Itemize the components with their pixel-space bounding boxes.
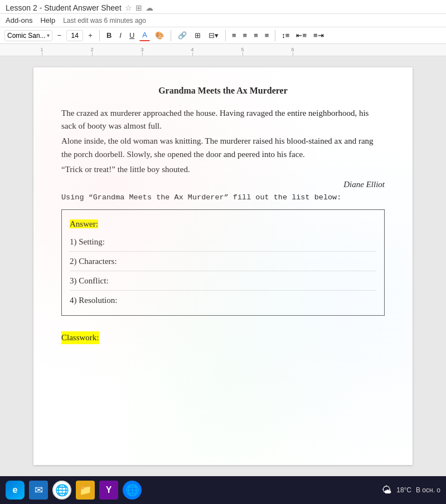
answer-row-2: 2) Characters: [70, 252, 376, 271]
files-icon[interactable]: 📁 [76, 481, 95, 500]
bold-button[interactable]: B [104, 30, 114, 41]
line-spacing-button[interactable]: ↕≡ [279, 30, 292, 41]
font-size-input[interactable]: 14 [66, 30, 83, 41]
answer-box[interactable]: Answer: 1) Setting: 2) Characters: 3) Co… [61, 209, 385, 316]
vpn-icon[interactable]: 🌐 [123, 481, 142, 500]
indent-more-button[interactable]: ≡⇥ [311, 30, 326, 41]
weather-temp: 18°C [396, 486, 411, 494]
font-name: Comic San... [7, 32, 46, 40]
ruler-mark-3: 3 [117, 47, 167, 56]
toolbar: Comic San... ▾ − 14 + B I U A 🎨 🔗 ⊞ ⊟▾ ≡… [0, 27, 446, 44]
ruler-mark-1: 1 [17, 47, 67, 56]
font-selector[interactable]: Comic San... ▾ [4, 30, 52, 41]
ruler: 1 2 3 4 5 6 [0, 44, 446, 56]
ruler-mark-6: 6 [268, 47, 318, 56]
taskbar: e ✉ 🌐 📁 Y 🌐 🌤 18°C В осн. о [0, 476, 446, 504]
paint-format-icon[interactable]: 🎨 [152, 30, 167, 41]
divider-4 [275, 30, 275, 41]
font-size-decrease[interactable]: − [55, 30, 65, 41]
star-icon[interactable]: ☆ [125, 3, 132, 12]
classwork-label: Classwork: [61, 331, 99, 344]
font-size-increase[interactable]: + [85, 30, 95, 41]
align-left-button[interactable]: ≡ [230, 30, 239, 41]
underline-button[interactable]: U [127, 30, 137, 41]
paragraph-3: “Trick or treat!” the little boy shouted… [61, 163, 385, 176]
edge-icon[interactable]: e [6, 481, 25, 500]
taskbar-right: 🌤 18°C В осн. о [382, 485, 440, 496]
align-center-button[interactable]: ≡ [241, 30, 250, 41]
answer-label-row: Answer: [70, 216, 376, 232]
yahoo-icon[interactable]: Y [99, 481, 118, 500]
paragraph-2: Alone inside, the old woman was knitting… [61, 135, 385, 161]
ruler-mark-2: 2 [67, 47, 117, 56]
title-bar: Lesson 2 - Student Answer Sheet ☆ ⊞ ☁ [0, 0, 446, 14]
divider-2 [171, 30, 171, 41]
indent-less-button[interactable]: ⇤≡ [294, 30, 309, 41]
align-right-button[interactable]: ≡ [251, 30, 260, 41]
link-icon[interactable]: 🔗 [175, 30, 190, 41]
add-tab-icon[interactable]: ⊞ [135, 3, 142, 12]
divider-3 [225, 30, 226, 41]
paper[interactable]: Grandma Meets the Ax Murderer The crazed… [33, 67, 413, 465]
instruction-line: Using “Grandma Meets the Ax Murderer” fi… [61, 192, 385, 204]
menu-addons[interactable]: Add-ons [6, 15, 32, 26]
font-dropdown-arrow: ▾ [47, 32, 50, 38]
document-area: Grandma Meets the Ax Murderer The crazed… [0, 56, 446, 476]
last-edit-label: Last edit was 6 minutes ago [63, 17, 146, 25]
cloud-icon[interactable]: ☁ [146, 3, 153, 12]
answer-row-3: 3) Conflict: [70, 271, 376, 291]
answer-row-4: 4) Resolution: [70, 291, 376, 310]
italic-button[interactable]: I [117, 30, 124, 41]
ruler-mark-4: 4 [167, 47, 217, 56]
chrome-icon[interactable]: 🌐 [52, 481, 71, 500]
paragraph-1: The crazed ax murderer approached the ho… [61, 107, 385, 133]
taskbar-icons: e ✉ 🌐 📁 Y 🌐 [6, 481, 142, 500]
image-icon[interactable]: ⊞ [192, 30, 203, 41]
author-line: Diane Elliot [61, 178, 385, 191]
classwork-section: Classwork: [61, 324, 385, 344]
menu-bar: Add-ons Help Last edit was 6 minutes ago [0, 14, 446, 27]
font-color-button[interactable]: A [139, 30, 150, 41]
answer-label: Answer: [70, 219, 98, 228]
document-heading: Grandma Meets the Ax Murderer [61, 84, 385, 98]
menu-help[interactable]: Help [40, 15, 55, 26]
document-title: Lesson 2 - Student Answer Sheet [6, 3, 122, 12]
image-dropdown-icon[interactable]: ⊟▾ [206, 30, 221, 41]
ruler-mark-5: 5 [217, 47, 268, 56]
answer-row-1: 1) Setting: [70, 232, 376, 252]
mail-icon[interactable]: ✉ [29, 481, 48, 500]
divider-1 [99, 30, 100, 41]
weather-condition: В осн. о [416, 486, 440, 494]
weather-icon: 🌤 [382, 485, 392, 496]
align-justify-button[interactable]: ≡ [263, 30, 272, 41]
font-color-label: A [142, 31, 147, 39]
